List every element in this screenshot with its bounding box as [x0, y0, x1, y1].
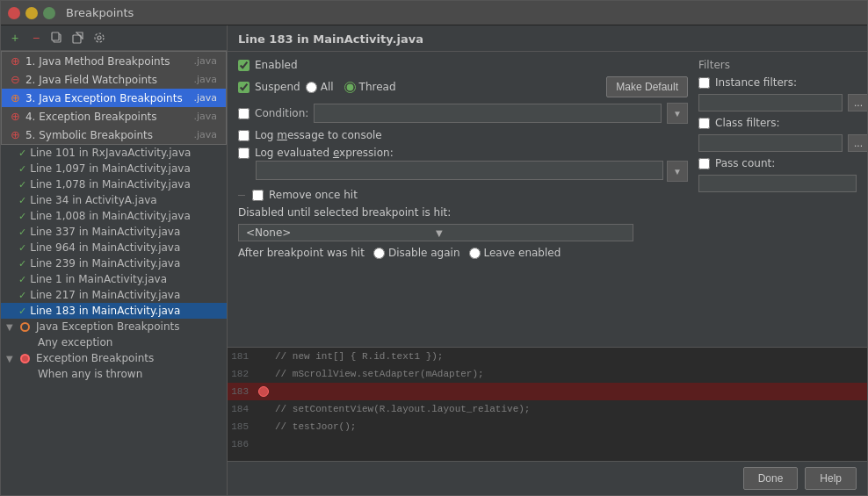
tree-item-label: Line 1,008 in MainActivity.java — [30, 210, 191, 222]
class-filters-input-row: ... — [698, 134, 857, 152]
line-code-185: // testJoor(); — [271, 421, 356, 432]
all-radio[interactable] — [306, 82, 317, 93]
class-filters-label[interactable]: Class filters: — [715, 117, 780, 129]
check-icon: ✓ — [18, 226, 26, 238]
line-num-183: 183 — [228, 386, 256, 397]
tree-group-exception-label: Exception Breakpoints — [36, 352, 154, 364]
copy-button[interactable] — [48, 29, 66, 47]
done-button[interactable]: Done — [743, 467, 799, 490]
main-content: + − — [1, 25, 867, 495]
tree-item-label: Any exception — [38, 336, 112, 349]
condition-label[interactable]: Condition: — [255, 107, 308, 119]
class-filters-input[interactable] — [698, 134, 843, 152]
tree-group-java-exception[interactable]: ▼ Java Exception Breakpoints — [1, 319, 227, 334]
suspend-row: Suspend All Thread — [238, 76, 688, 97]
check-icon: ✓ — [18, 195, 26, 206]
instance-filters-label[interactable]: Instance filters: — [715, 76, 797, 89]
enabled-checkbox[interactable] — [238, 60, 250, 71]
code-line-185: 185 // testJoor(); — [228, 418, 867, 435]
tree-item-label: Line 217 in MainActivity.java — [30, 289, 180, 301]
all-radio-label[interactable]: All — [306, 81, 334, 93]
tree-item-label: Line 1,097 in MainActivity.java — [30, 162, 191, 175]
line-code-182: // mScrollView.setAdapter(mAdapter); — [271, 369, 484, 379]
log-expression-input[interactable] — [256, 161, 663, 180]
tree-item-line34[interactable]: ✓ Line 34 in ActivityA.java — [1, 192, 227, 208]
tree-item-line217[interactable]: ✓ Line 217 in MainActivity.java — [1, 287, 227, 303]
tree-item-line1078[interactable]: ✓ Line 1,078 in MainActivity.java — [1, 176, 227, 192]
check-icon: ✓ — [18, 274, 26, 285]
log-expression-dropdown-btn[interactable]: ▼ — [667, 161, 688, 182]
tree-item-line101[interactable]: ✓ Line 101 in RxJavaActivity.java — [1, 145, 227, 161]
none-dropdown[interactable]: <None> ▼ — [238, 224, 633, 241]
disable-again-radio[interactable] — [373, 248, 385, 259]
none-dropdown-row: <None> ▼ — [238, 224, 688, 241]
remove-once-hit-checkbox[interactable] — [252, 190, 264, 201]
breakpoint-dot — [258, 386, 269, 397]
settings-area: Enabled Suspend All — [228, 52, 867, 461]
left-panel: + − — [1, 25, 228, 495]
tree-item-label: Line 183 in MainActivity.java — [30, 305, 180, 317]
tree-item-line964[interactable]: ✓ Line 964 in MainActivity.java — [1, 240, 227, 255]
pass-count-label[interactable]: Pass count: — [715, 157, 775, 169]
line-num-184: 184 — [228, 404, 256, 414]
thread-radio-label[interactable]: Thread — [344, 81, 396, 93]
condition-dropdown-btn[interactable]: ▼ — [667, 103, 688, 124]
tree-item-line239[interactable]: ✓ Line 239 in MainActivity.java — [1, 255, 227, 271]
suspend-checkbox[interactable] — [238, 82, 250, 93]
tree-item-line1097[interactable]: ✓ Line 1,097 in MainActivity.java — [1, 161, 227, 176]
suspend-label[interactable]: Suspend — [255, 81, 300, 93]
thread-radio[interactable] — [344, 82, 356, 93]
all-radio-text: All — [321, 81, 334, 93]
instance-filters-dots-btn[interactable]: ... — [848, 94, 867, 111]
class-filters-dots-btn[interactable]: ... — [848, 134, 867, 152]
settings-button[interactable] — [90, 29, 108, 47]
remove-button[interactable]: − — [27, 29, 45, 47]
log-expression-input-row: ▼ — [238, 161, 688, 182]
log-message-row: Log message to console — [238, 129, 688, 141]
log-expression-checkbox[interactable] — [238, 147, 250, 159]
close-button[interactable] — [8, 7, 20, 19]
dropdown-item-symbolic[interactable]: ⊕ 5. Symbolic Breakpoints .java — [2, 126, 226, 144]
condition-checkbox[interactable] — [238, 108, 250, 119]
instance-filters-checkbox[interactable] — [698, 77, 710, 89]
dropdown-item-java-field[interactable]: ⊖ 2. Java Field Watchpoints .java — [2, 70, 226, 89]
remove-once-hit-label[interactable]: Remove once hit — [269, 189, 358, 201]
tree-item-line1008[interactable]: ✓ Line 1,008 in MainActivity.java — [1, 208, 227, 224]
dropdown-item-exception[interactable]: ⊕ 4. Exception Breakpoints .java — [2, 107, 226, 126]
instance-filters-input-row: ... — [698, 94, 857, 111]
maximize-button[interactable] — [43, 7, 55, 19]
line-code-184: // setContentView(R.layout.layout_relati… — [271, 404, 530, 414]
svg-point-4 — [95, 33, 104, 42]
add-button[interactable]: + — [6, 29, 24, 47]
minimize-button[interactable] — [25, 7, 38, 19]
help-button[interactable]: Help — [805, 467, 857, 490]
tree-item-when-any[interactable]: When any is thrown — [1, 366, 227, 382]
tree-group-exception[interactable]: ▼ Exception Breakpoints — [1, 350, 227, 366]
disable-again-label[interactable]: Disable again — [373, 247, 460, 259]
tree-item-line1[interactable]: ✓ Line 1 in MainActivity.java — [1, 271, 227, 287]
tree-item-any-exception[interactable]: Any exception — [1, 334, 227, 350]
instance-filters-input[interactable] — [698, 94, 843, 111]
enabled-label[interactable]: Enabled — [255, 59, 298, 71]
condition-input[interactable] — [314, 104, 662, 123]
remove-once-hit-row: Remove once hit — [238, 189, 688, 201]
tree-item-line183[interactable]: ✓ Line 183 in MainActivity.java — [1, 303, 227, 319]
class-filters-checkbox[interactable] — [698, 118, 710, 129]
toolbar: + − — [1, 25, 227, 51]
svg-rect-1 — [52, 32, 59, 40]
leave-enabled-radio[interactable] — [469, 248, 481, 259]
pass-count-input[interactable] — [698, 175, 857, 192]
settings-columns: Enabled Suspend All — [238, 59, 857, 259]
dropdown-item-exception-label: 4. Exception Breakpoints — [25, 111, 157, 123]
log-message-checkbox[interactable] — [238, 130, 250, 141]
export-button[interactable] — [69, 29, 87, 47]
dropdown-item-java-exception[interactable]: ⊕ 3. Java Exception Breakpoints .java — [2, 89, 226, 107]
tree-item-line337[interactable]: ✓ Line 337 in MainActivity.java — [1, 224, 227, 240]
leave-enabled-label[interactable]: Leave enabled — [469, 247, 561, 259]
thread-radio-text: Thread — [359, 81, 396, 93]
make-default-button[interactable]: Make Default — [606, 76, 688, 97]
pass-count-row: Pass count: — [698, 157, 857, 169]
pass-count-checkbox[interactable] — [698, 158, 710, 169]
disable-again-text: Disable again — [388, 247, 460, 259]
dropdown-item-java-method[interactable]: ⊕ 1. Java Method Breakpoints .java — [2, 52, 226, 70]
